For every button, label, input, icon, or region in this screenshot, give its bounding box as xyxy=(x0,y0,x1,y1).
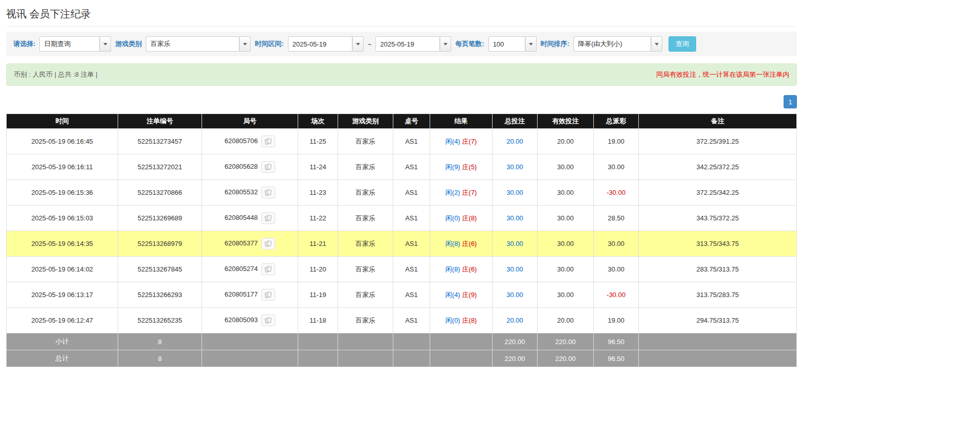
game-type-dropdown-button[interactable] xyxy=(239,36,251,52)
view-cards-button[interactable] xyxy=(261,187,275,198)
cell-payout: 28.50 xyxy=(594,206,639,231)
page-container: 视讯 会员下注纪录 请选择: 游戏类别 时间区间: ~ 每页笔数: 时间排序: xyxy=(6,0,797,429)
playing-cards-icon xyxy=(264,189,272,196)
cell-bet-id: 522513267845 xyxy=(118,257,202,282)
total-bet-link[interactable]: 30.00 xyxy=(506,265,523,273)
date-to-input[interactable] xyxy=(375,36,440,52)
grand-total-empty-remark xyxy=(639,350,797,367)
cell-remark: 343.75/372.25 xyxy=(639,206,797,231)
cell-valid-bet: 30.00 xyxy=(538,154,594,180)
result-banker: 庄(5) xyxy=(462,163,477,171)
subtotal-empty-remark xyxy=(639,333,797,350)
cell-valid-bet: 30.00 xyxy=(538,231,594,257)
result-banker: 庄(7) xyxy=(462,189,477,196)
view-cards-button[interactable] xyxy=(261,212,275,224)
bottom-spacer xyxy=(6,367,797,429)
cell-remark: 313.75/283.75 xyxy=(639,282,797,308)
cell-table-no: AS1 xyxy=(393,180,430,206)
total-bet-link[interactable]: 30.00 xyxy=(506,189,523,196)
header-valid-bet: 有效投注 xyxy=(538,114,594,129)
sort-input[interactable] xyxy=(573,36,651,52)
cell-total-bet: 30.00 xyxy=(493,180,538,206)
result-banker: 庄(6) xyxy=(462,265,477,273)
grand-total-row: 总计 8 220.00 220.00 96.50 xyxy=(7,350,797,367)
header-round: 局号 xyxy=(202,114,298,129)
cell-bet-id: 522513266293 xyxy=(118,282,202,308)
per-page-dropdown-button[interactable] xyxy=(525,36,537,52)
total-bet-link[interactable]: 30.00 xyxy=(506,291,523,299)
cell-session: 11-20 xyxy=(298,257,338,282)
cell-bet-id: 522513268979 xyxy=(118,231,202,257)
per-page-input[interactable] xyxy=(488,36,525,52)
cell-valid-bet: 30.00 xyxy=(538,180,594,206)
cell-round: 620805177 xyxy=(202,282,298,308)
cell-valid-bet: 30.00 xyxy=(538,206,594,231)
result-player: 闲(0) xyxy=(446,317,460,324)
subtotal-empty-round xyxy=(202,333,298,350)
cell-game-type: 百家乐 xyxy=(338,257,393,282)
view-cards-button[interactable] xyxy=(261,238,275,250)
date-from-input[interactable] xyxy=(288,36,352,52)
query-button[interactable]: 查询 xyxy=(669,36,696,52)
date-from-combo xyxy=(288,36,364,52)
cell-round: 620805532 xyxy=(202,180,298,206)
cell-payout: -30.00 xyxy=(594,282,639,308)
chevron-down-icon xyxy=(103,43,107,46)
date-to-dropdown-button[interactable] xyxy=(440,36,451,52)
cell-bet-id: 522513265235 xyxy=(118,308,202,333)
view-cards-button[interactable] xyxy=(261,136,275,147)
sort-combo xyxy=(573,36,662,52)
cell-total-bet: 30.00 xyxy=(493,257,538,282)
total-bet-link[interactable]: 20.00 xyxy=(506,138,523,145)
result-player: 闲(8) xyxy=(446,265,460,273)
cell-round: 620805448 xyxy=(202,206,298,231)
total-bet-link[interactable]: 30.00 xyxy=(506,240,523,247)
header-bet-id: 注单编号 xyxy=(118,114,202,129)
result-player: 闲(9) xyxy=(446,163,460,171)
view-cards-button[interactable] xyxy=(261,161,275,173)
cell-remark: 372.25/342.25 xyxy=(639,180,797,206)
query-type-input[interactable] xyxy=(39,36,100,52)
subtotal-total-bet: 220.00 xyxy=(493,333,538,350)
subtotal-empty-result xyxy=(430,333,493,350)
cell-payout: -30.00 xyxy=(594,180,639,206)
cell-bet-id: 522513272021 xyxy=(118,154,202,180)
total-bet-link[interactable]: 20.00 xyxy=(506,317,523,324)
grand-total-valid-bet: 220.00 xyxy=(538,350,594,367)
query-type-combo xyxy=(39,36,111,52)
total-bet-link[interactable]: 30.00 xyxy=(506,163,523,171)
cell-time: 2025-05-19 06:16:11 xyxy=(7,154,118,180)
view-cards-button[interactable] xyxy=(261,289,275,301)
per-page-combo xyxy=(488,36,537,52)
cell-table-no: AS1 xyxy=(393,129,430,154)
header-session: 场次 xyxy=(298,114,338,129)
filter-bar: 请选择: 游戏类别 时间区间: ~ 每页笔数: 时间排序: xyxy=(6,32,797,56)
view-cards-button[interactable] xyxy=(261,314,275,326)
page-1-button[interactable]: 1 xyxy=(784,95,797,108)
subtotal-empty-game xyxy=(338,333,393,350)
header-total-bet: 总投注 xyxy=(493,114,538,129)
cell-result: 闲(0) 庄(8) xyxy=(430,206,493,231)
playing-cards-icon xyxy=(264,215,272,221)
time-range-label: 时间区间: xyxy=(255,39,283,49)
cell-game-type: 百家乐 xyxy=(338,231,393,257)
cell-time: 2025-05-19 06:16:45 xyxy=(7,129,118,154)
view-cards-button[interactable] xyxy=(261,263,275,275)
date-from-dropdown-button[interactable] xyxy=(352,36,364,52)
cell-game-type: 百家乐 xyxy=(338,154,393,180)
table-row: 2025-05-19 06:14:35522513268979620805377… xyxy=(7,231,797,257)
result-player: 闲(4) xyxy=(446,138,460,145)
table-row: 2025-05-19 06:13:17522513266293620805177… xyxy=(7,282,797,308)
cell-time: 2025-05-19 06:13:17 xyxy=(7,282,118,308)
table-body: 2025-05-19 06:16:45522513273457620805706… xyxy=(7,129,797,333)
grand-total-empty-game xyxy=(338,350,393,367)
game-type-input[interactable] xyxy=(146,36,239,52)
cell-result: 闲(8) 庄(6) xyxy=(430,257,493,282)
total-bet-link[interactable]: 30.00 xyxy=(506,214,523,222)
cell-valid-bet: 20.00 xyxy=(538,308,594,333)
chevron-down-icon xyxy=(243,43,247,46)
cell-result: 闲(0) 庄(8) xyxy=(430,308,493,333)
game-type-label: 游戏类别 xyxy=(115,39,142,49)
sort-dropdown-button[interactable] xyxy=(651,36,662,52)
query-type-dropdown-button[interactable] xyxy=(100,36,111,52)
